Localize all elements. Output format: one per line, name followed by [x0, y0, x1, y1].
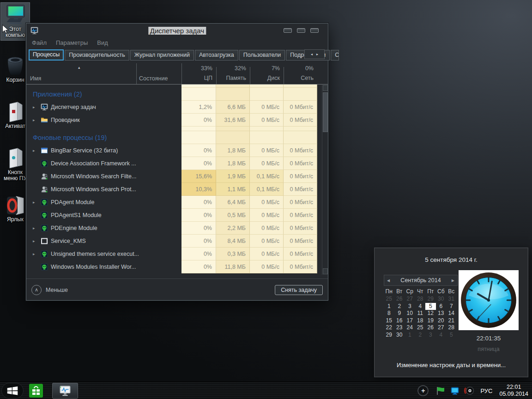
process-row[interactable]: Microsoft Windows Search Filte...15,6%1,… — [26, 170, 322, 183]
calendar-day[interactable]: 24 — [405, 324, 415, 332]
calendar-day[interactable]: 5 — [446, 332, 457, 339]
expander-icon[interactable]: ▸ — [33, 200, 38, 205]
column-disk[interactable]: 7% Диск — [250, 63, 284, 81]
tab-processes[interactable]: Процессы — [29, 49, 64, 60]
group-label[interactable]: Приложения (2) — [33, 91, 82, 98]
calendar-day[interactable]: 23 — [394, 324, 405, 332]
group-label[interactable]: Фоновые процессы (19) — [33, 134, 107, 141]
calendar-day[interactable]: 26 — [394, 296, 405, 303]
tab-app-history[interactable]: Журнал приложений — [130, 50, 194, 60]
calendar-day[interactable]: 3 — [405, 303, 415, 310]
calendar-day[interactable]: 16 — [394, 317, 405, 325]
calendar-day[interactable]: 2 — [394, 303, 405, 310]
process-row[interactable]: ▸BingBar Service (32 бита)0%1,8 МБ0 МБ/с… — [26, 144, 322, 157]
maximize-button[interactable] — [297, 28, 305, 33]
calendar-day[interactable]: 12 — [425, 310, 436, 317]
show-hidden-icons-button[interactable]: + — [417, 385, 429, 396]
titlebar[interactable]: Диспетчер задач — [26, 24, 328, 37]
column-memory[interactable]: 32% Память — [216, 63, 250, 81]
tab-services[interactable]: С — [331, 50, 339, 60]
action-center-flag-icon[interactable] — [435, 386, 446, 396]
calendar-day[interactable]: 1 — [384, 303, 394, 310]
column-network[interactable]: 0% Сеть — [284, 63, 317, 81]
menu-file[interactable]: Файл — [32, 39, 47, 46]
fewer-details-button[interactable]: ∧ — [31, 285, 42, 295]
volume-icon[interactable] — [464, 386, 474, 396]
process-row[interactable]: ▸Диспетчер задач1,2%6,6 МБ0 МБ/с0 Мбит/с — [26, 101, 322, 114]
calendar-day[interactable]: 25 — [384, 296, 394, 303]
column-name[interactable]: Имя — [30, 75, 41, 82]
tab-performance[interactable]: Производительность — [65, 50, 129, 60]
process-row[interactable]: Windows Modules Installer Wor...0%11,8 М… — [26, 260, 322, 273]
process-row[interactable]: Microsoft Windows Search Prot...10,3%1,1… — [26, 183, 322, 196]
calendar-day[interactable]: 29 — [425, 296, 436, 303]
calendar-day[interactable]: 11 — [415, 310, 426, 317]
calendar-day[interactable]: 25 — [415, 324, 426, 332]
calendar-day[interactable]: 15 — [384, 317, 394, 325]
change-date-time-link[interactable]: Изменение настроек даты и времени... — [375, 362, 528, 369]
calendar-day[interactable]: 14 — [446, 310, 457, 317]
calendar-day[interactable]: 20 — [436, 317, 447, 325]
calendar-day[interactable]: 3 — [425, 332, 436, 339]
expander-icon[interactable]: ▸ — [33, 118, 38, 122]
column-status[interactable]: Состояние — [139, 75, 168, 82]
calendar-day[interactable]: 19 — [425, 317, 436, 325]
close-button[interactable] — [310, 28, 319, 33]
calendar-day[interactable]: 4 — [436, 332, 447, 339]
calendar-day[interactable]: 8 — [384, 310, 394, 317]
calendar-day[interactable]: 26 — [425, 324, 436, 332]
expander-icon[interactable]: ▸ — [33, 148, 38, 153]
calendar-day[interactable]: 31 — [446, 296, 457, 303]
calendar-day[interactable]: 29 — [384, 332, 394, 339]
minimize-button[interactable] — [284, 28, 292, 33]
calendar-day[interactable]: 9 — [394, 310, 405, 317]
scrollbar-up-button[interactable] — [323, 85, 328, 91]
calendar-day[interactable]: 28 — [415, 296, 426, 303]
tab-startup[interactable]: Автозагрузка — [195, 50, 238, 60]
calendar-day[interactable]: 21 — [446, 317, 457, 325]
calendar-day[interactable]: 7 — [446, 303, 457, 310]
expander-icon[interactable]: ▸ — [33, 105, 38, 109]
menu-options[interactable]: Параметры — [56, 39, 88, 46]
expander-icon[interactable]: ▸ — [33, 239, 38, 243]
end-task-button[interactable]: Снять задачу — [275, 285, 323, 295]
network-icon[interactable] — [450, 386, 460, 396]
desktop-icon-start-button[interactable]: Кнопк меню ПУ — [1, 146, 30, 183]
calendar-day[interactable]: 30 — [394, 332, 405, 339]
calendar-day[interactable]: 27 — [436, 324, 447, 332]
expander-icon[interactable]: ▸ — [33, 226, 38, 230]
calendar-month-title[interactable]: Сентябрь 2014 — [390, 277, 452, 284]
calendar-day[interactable]: 6 — [436, 303, 447, 310]
tab-users[interactable]: Пользователи — [239, 50, 285, 60]
tray-clock[interactable]: 22:01 05.09.2014 — [499, 384, 528, 398]
fewer-details-label[interactable]: Меньше — [46, 287, 68, 293]
vertical-scrollbar[interactable] — [322, 85, 328, 275]
calendar-day[interactable]: 17 — [405, 317, 415, 325]
process-row[interactable]: ▸PDEngine Module0%2,2 МБ0 МБ/с0 Мбит/с — [26, 222, 322, 235]
calendar-day[interactable]: 18 — [415, 317, 426, 325]
process-row[interactable]: ▸Unsigned themes service execut...0%0,3 … — [26, 248, 322, 260]
desktop-icon-shortcut[interactable]: Ярлык — [1, 193, 30, 224]
scrollbar-down-button[interactable] — [323, 268, 328, 274]
process-row[interactable]: ▸PDAgent Module0%6,4 МБ0 МБ/с0 Мбит/с — [26, 196, 322, 209]
calendar-day[interactable]: 30 — [436, 296, 447, 303]
expander-icon[interactable]: ▸ — [33, 252, 38, 256]
calendar-day[interactable]: 13 — [436, 310, 447, 317]
language-indicator[interactable]: РУС — [480, 387, 492, 394]
scrollbar-thumb[interactable] — [323, 92, 328, 132]
process-row[interactable]: ▸Service_KMS0%8,4 МБ0 МБ/с0 Мбит/с — [26, 235, 322, 248]
tab-scroll-left-icon[interactable]: ◂ — [311, 52, 313, 56]
calendar-day[interactable]: 28 — [446, 324, 457, 332]
store-taskbar-button[interactable] — [27, 384, 45, 398]
menu-view[interactable]: Вид — [97, 39, 108, 46]
column-cpu[interactable]: 33% ЦП — [181, 63, 216, 81]
process-row[interactable]: PDAgentS1 Module0%0,5 МБ0 МБ/с0 Мбит/с — [26, 209, 322, 222]
task-manager-taskbar-button[interactable] — [52, 383, 78, 399]
calendar-day[interactable]: 4 — [415, 303, 426, 310]
process-row[interactable]: Device Association Framework ...0%1,8 МБ… — [26, 157, 322, 170]
calendar-day-selected[interactable]: 5 — [425, 303, 436, 310]
calendar-day[interactable]: 2 — [415, 332, 426, 339]
desktop-icon-activator[interactable]: Активат — [1, 100, 30, 131]
tab-scroll-right-icon[interactable]: ▸ — [316, 52, 318, 56]
desktop-icon-recycle-bin[interactable]: Корзин — [1, 54, 30, 85]
